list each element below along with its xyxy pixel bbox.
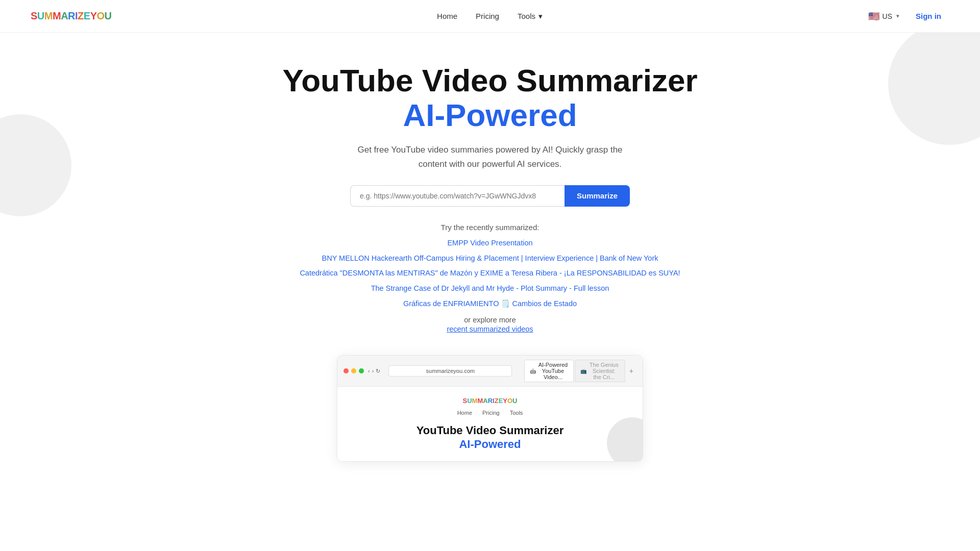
tab-1-label: AI-Powered YouTube Video... [538,362,568,380]
tab-2-favicon: 📺 [580,368,586,374]
browser-traffic-lights [344,368,364,373]
browser-nav-controls: ‹ › ↻ [368,368,380,374]
explore-more-link[interactable]: recent summarized videos [10,324,970,335]
preview-nav-links: Home Pricing Tools [353,410,627,416]
nav-tools-label: Tools [518,12,535,20]
explore-text: or explore more recent summarized videos [10,316,970,335]
hero-title: YouTube Video Summarizer AI-Powered [10,63,970,133]
chevron-down-icon: ▾ [538,12,543,21]
recent-section: Try the recently summarized: EMPP Video … [10,223,970,335]
back-icon[interactable]: ‹ [368,368,370,374]
nav-right: 🇺🇸 US ▾ Sign in [868,8,949,24]
tab-2-label: The Genius Scientist: the Cri... [589,362,620,380]
summarize-button[interactable]: Summarize [565,185,630,207]
close-dot[interactable] [344,368,349,373]
search-bar: Summarize [10,185,970,207]
hero-title-ai: AI-Powered [10,98,970,133]
preview-nav-pricing: Pricing [482,410,500,416]
browser-chrome: ‹ › ↻ summarizeyou.com 🤖 AI-Powered YouT… [337,356,643,387]
recent-link-2[interactable]: Catedrática "DESMONTA las MENTIRAS" de M… [10,268,970,279]
recent-link-4[interactable]: Gráficas de ENFRIAMIENTO 🗒️ Cambios de E… [10,298,970,310]
browser-preview: ‹ › ↻ summarizeyou.com 🤖 AI-Powered YouT… [337,355,643,462]
preview-hero-title: YouTube Video Summarizer AI-Powered [353,424,627,451]
forward-icon[interactable]: › [372,368,374,374]
flag-icon: 🇺🇸 [868,11,879,22]
locale-chevron-icon: ▾ [896,13,899,19]
preview-nav-home: Home [457,410,472,416]
recent-link-3[interactable]: The Strange Case of Dr Jekyll and Mr Hyd… [10,283,970,294]
sign-in-button[interactable]: Sign in [908,8,949,24]
main-nav: SUMMARIZEYOU Home Pricing Tools ▾ 🇺🇸 US … [0,0,980,33]
browser-tab-1[interactable]: 🤖 AI-Powered YouTube Video... [524,360,574,382]
new-tab-button[interactable]: + [626,360,636,382]
url-input[interactable] [350,185,565,207]
browser-tabs: 🤖 AI-Powered YouTube Video... 📺 The Geni… [524,360,636,382]
nav-tools-dropdown[interactable]: Tools ▾ [518,12,543,21]
url-bar[interactable]: summarizeyou.com [388,365,512,377]
preview-logo: SUMMARIZEYOU [353,397,627,405]
minimize-dot[interactable] [351,368,356,373]
locale-label: US [883,12,892,20]
browser-tab-2[interactable]: 📺 The Genius Scientist: the Cri... [575,360,625,382]
hero-section: YouTube Video Summarizer AI-Powered Get … [0,33,980,482]
recent-link-0[interactable]: EMPP Video Presentation [10,238,970,249]
locale-selector[interactable]: 🇺🇸 US ▾ [868,11,899,22]
preview-hero-ai: AI-Powered [459,438,521,450]
maximize-dot[interactable] [359,368,364,373]
try-text: Try the recently summarized: [10,223,970,232]
hero-subtitle: Get free YouTube video summaries powered… [347,143,633,170]
preview-body: SUMMARIZEYOU Home Pricing Tools YouTube … [337,387,643,461]
logo[interactable]: SUMMARIZEYOU [31,10,112,22]
tab-1-favicon: 🤖 [530,368,536,374]
nav-pricing-link[interactable]: Pricing [476,12,499,20]
recent-link-1[interactable]: BNY MELLON Hackerearth Off-Campus Hiring… [10,253,970,264]
nav-home-link[interactable]: Home [437,12,457,20]
nav-links: Home Pricing Tools ▾ [437,12,543,21]
reload-icon[interactable]: ↻ [376,368,380,374]
preview-nav-tools: Tools [510,410,523,416]
